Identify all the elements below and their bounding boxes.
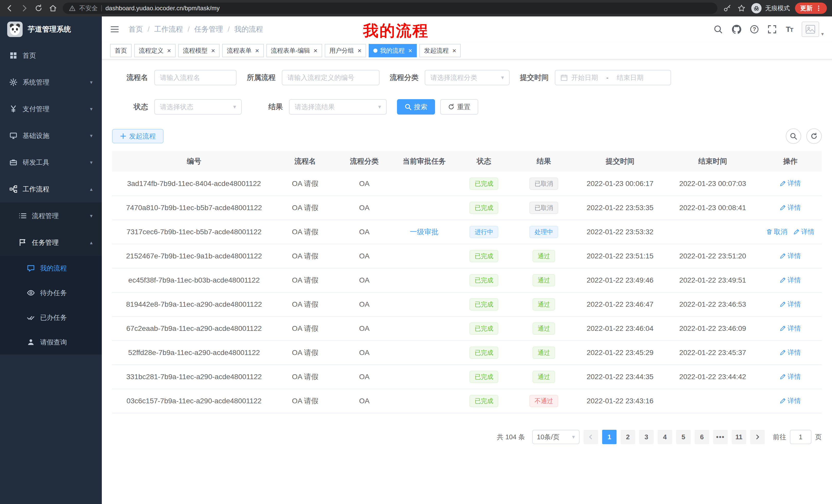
reset-button[interactable]: 重置 <box>440 99 478 115</box>
cell-category: OA <box>335 244 394 268</box>
status-select[interactable]: 请选择状态 ▾ <box>154 99 242 115</box>
cell-result: 处理中 <box>514 220 574 244</box>
pagination-total: 共 104 条 <box>497 432 525 442</box>
cancel-action[interactable]: 取消 <box>766 227 787 236</box>
github-icon[interactable] <box>732 24 742 34</box>
tab-process-form[interactable]: 流程表单× <box>222 44 263 57</box>
url-text[interactable]: dashboard.yudao.iocoder.cn/bpm/task/my <box>105 5 219 12</box>
page-size-value: 10条/页 <box>537 432 560 442</box>
pager-page-1[interactable]: 1 <box>602 430 617 444</box>
reload-icon[interactable] <box>34 4 43 13</box>
refresh-table-button[interactable] <box>806 129 822 144</box>
close-icon[interactable]: × <box>314 47 317 54</box>
cell-end-time: 2022-01-23 00:07:03 <box>667 172 759 196</box>
app-logo[interactable]: 芋道管理系统 <box>0 17 102 42</box>
font-size-icon[interactable]: TT <box>786 25 793 34</box>
toggle-search-button[interactable] <box>786 129 801 144</box>
close-icon[interactable]: × <box>408 47 412 54</box>
date-range-picker[interactable]: 开始日期 - 结束日期 <box>555 70 671 85</box>
sidebar-item-task-management[interactable]: 任务管理▴ <box>0 229 102 256</box>
pager-page-5[interactable]: 5 <box>676 430 691 444</box>
detail-action[interactable]: 详情 <box>780 179 801 188</box>
pager-page-11[interactable]: 11 <box>732 430 746 444</box>
result-select[interactable]: 请选择流结果 ▾ <box>289 99 387 115</box>
detail-action[interactable]: 详情 <box>780 203 801 212</box>
address-bar[interactable]: 不安全 dashboard.yudao.iocoder.cn/bpm/task/… <box>63 3 717 14</box>
detail-action[interactable]: 详情 <box>780 251 801 260</box>
detail-action[interactable]: 详情 <box>780 324 801 333</box>
detail-action[interactable]: 详情 <box>780 372 801 381</box>
sidebar-item-leave-query[interactable]: 请假查询 <box>0 330 102 355</box>
next-page-button[interactable] <box>750 430 765 444</box>
edit-icon <box>780 301 786 307</box>
detail-action[interactable]: 详情 <box>780 300 801 309</box>
security-warning-label[interactable]: 不安全 <box>79 4 98 12</box>
sidebar-item-dev-tools[interactable]: 研发工具▾ <box>0 149 102 176</box>
close-icon[interactable]: × <box>255 47 259 54</box>
pager-page-6[interactable]: 6 <box>695 430 709 444</box>
tab-home[interactable]: 首页 <box>110 44 132 57</box>
cell-process-name: OA 请假 <box>276 172 334 196</box>
active-dot <box>373 49 378 53</box>
create-process-button[interactable]: 发起流程 <box>112 129 163 143</box>
sidebar-item-my-process[interactable]: 我的流程 <box>0 256 102 281</box>
detail-action[interactable]: 详情 <box>794 227 814 236</box>
search-icon[interactable] <box>713 24 723 34</box>
password-key-icon[interactable] <box>723 4 732 13</box>
help-icon[interactable]: ? <box>750 25 758 33</box>
detail-action[interactable]: 详情 <box>780 276 801 285</box>
search-button[interactable]: 搜索 <box>397 99 435 115</box>
process-name-input[interactable] <box>154 70 237 85</box>
category-select[interactable]: 请选择流程分类 ▾ <box>425 70 510 85</box>
pager-page-4[interactable]: 4 <box>658 430 672 444</box>
breadcrumb-item[interactable]: 工作流程 <box>154 24 183 34</box>
bookmark-star-icon[interactable] <box>737 4 746 13</box>
update-button[interactable]: 更新 <box>795 3 827 14</box>
tab-process-form-edit[interactable]: 流程表单-编辑× <box>266 44 322 57</box>
detail-action[interactable]: 详情 <box>780 396 801 405</box>
sidebar-item-label: 已办任务 <box>40 313 67 322</box>
forward-icon[interactable] <box>20 4 29 13</box>
detail-action[interactable]: 详情 <box>780 348 801 357</box>
sidebar-item-done-task[interactable]: 已办任务 <box>0 305 102 330</box>
tab-process-model[interactable]: 流程模型× <box>178 44 219 57</box>
sidebar-item-workflow[interactable]: 工作流程▴ <box>0 176 102 202</box>
cell-status: 已完成 <box>454 172 514 196</box>
hamburger-icon[interactable] <box>110 24 120 34</box>
tab-user-group[interactable]: 用户分组× <box>325 44 366 57</box>
jump-page-input[interactable] <box>790 430 811 444</box>
security-warning-icon[interactable] <box>69 5 76 11</box>
back-icon[interactable] <box>5 4 15 13</box>
update-label: 更新 <box>800 4 812 12</box>
page-size-select[interactable]: 10条/页 ▾ <box>532 430 579 444</box>
close-icon[interactable]: × <box>358 47 362 54</box>
cell-process-id: 819442e8-7b9a-11ec-a290-acde48001122 <box>112 292 276 316</box>
sidebar-item-infrastructure[interactable]: 基础设施▾ <box>0 122 102 149</box>
tab-start-process[interactable]: 发起流程× <box>419 44 461 57</box>
cell-status: 已完成 <box>454 389 514 413</box>
sidebar-item-todo-task[interactable]: 待办任务 <box>0 281 102 305</box>
tab-process-definition[interactable]: 流程定义× <box>134 44 176 57</box>
sidebar-item-home[interactable]: 首页 <box>0 42 102 69</box>
owner-process-input[interactable] <box>282 70 380 85</box>
sidebar-item-payment[interactable]: 支付管理▾ <box>0 95 102 122</box>
chevron-right-icon <box>755 434 760 440</box>
user-avatar[interactable]: ▾ <box>802 22 824 37</box>
close-icon[interactable]: × <box>167 47 171 54</box>
prev-page-button[interactable] <box>583 430 598 444</box>
tab-my-process[interactable]: 我的流程× <box>369 44 417 57</box>
home-icon[interactable] <box>48 4 58 13</box>
close-icon[interactable]: × <box>452 47 456 54</box>
edit-icon <box>780 325 786 331</box>
breadcrumb-item[interactable]: 任务管理 <box>194 24 223 34</box>
fullscreen-icon[interactable] <box>767 24 777 34</box>
pager-page-3[interactable]: 3 <box>639 430 654 444</box>
pager-page-2[interactable]: 2 <box>621 430 635 444</box>
sidebar-item-process-management[interactable]: 流程管理▾ <box>0 202 102 229</box>
close-icon[interactable]: × <box>211 47 215 54</box>
sidebar-item-system[interactable]: 系统管理▾ <box>0 69 102 95</box>
incognito-profile-chip[interactable]: 无痕模式 <box>751 3 790 13</box>
pager-more-icon[interactable]: ••• <box>713 430 728 444</box>
current-task-link[interactable]: 一级审批 <box>410 228 439 236</box>
breadcrumb-item[interactable]: 首页 <box>129 24 143 34</box>
